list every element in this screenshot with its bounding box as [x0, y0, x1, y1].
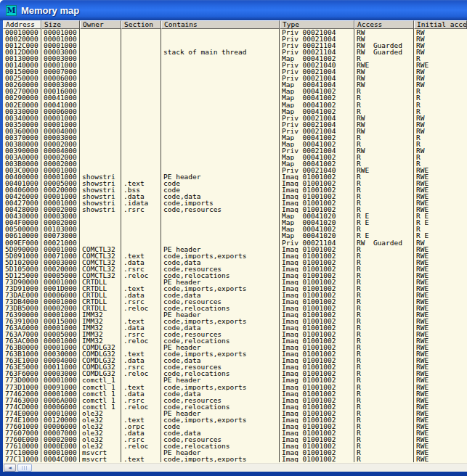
cell-address: 774CD000	[3, 403, 41, 410]
cell-type: Map 00041002	[280, 108, 354, 115]
table-row[interactable]: 0034000000001000Priv 00021004RWRW	[3, 115, 467, 121]
table-row[interactable]: 5D10200000003000COMCTL32.datacode,dataIm…	[3, 259, 467, 266]
cell-size: 00001000	[41, 200, 80, 206]
table-row[interactable]: 002E000000041000Map 00041002RR	[3, 102, 467, 108]
horizontal-scrollbar[interactable]: ◄	[3, 463, 467, 472]
table-row[interactable]: 0035000000001000Priv 00021004RWRW	[3, 121, 467, 128]
table-row[interactable]: 73DB400000001000CRTDLL.rsrccode,resource…	[3, 298, 467, 305]
column-header-owner[interactable]: Owner	[80, 20, 121, 29]
table-row[interactable]: 003C000000001000Priv 00021040RWERWE	[3, 167, 467, 173]
table-row[interactable]: 0026000000003000Map 00041004RWRW	[3, 81, 467, 88]
table-row[interactable]: 0038000000002000Map 00041002RR	[3, 141, 467, 147]
cell-access: R	[354, 403, 414, 410]
column-header-contains[interactable]: Contains	[161, 20, 280, 29]
table-row[interactable]: 009EF00000021000Priv 00021104RW GuardedR…	[3, 239, 467, 246]
table-row[interactable]: 0061000000073000Map 00041020R ER E	[3, 232, 467, 239]
table-row[interactable]: 0040100000005000showstri.textcodeImag 01…	[3, 180, 467, 186]
table-row[interactable]: 77C110000004C000msvcrt.textcode,imports,…	[3, 456, 467, 462]
table-row[interactable]: 0036000000004000Priv 00021004RWRW	[3, 128, 467, 134]
table-row[interactable]: 7639100000015000IMM32.textcode,imports,e…	[3, 318, 467, 324]
table-row[interactable]: 7746200000001000comctl_1.datacode,dataIm…	[3, 390, 467, 397]
cell-owner: showstri	[80, 193, 121, 200]
table-row[interactable]: 0002000000001000Priv 00021004RWRW	[3, 36, 467, 42]
table-row[interactable]: 004F000000002000Map 00041020R ER E	[3, 219, 467, 226]
column-header-address[interactable]: Address	[3, 20, 41, 29]
table-row[interactable]: 763E500000011000COMDLG32.rsrccode,resour…	[3, 364, 467, 370]
titlebar[interactable]: M Memory map	[0, 0, 467, 20]
column-header-size[interactable]: Size	[41, 20, 80, 29]
memory-map-window: M Memory map Address Size Owner Section …	[0, 0, 467, 476]
cell-initial-access: R E	[414, 213, 467, 219]
table-row[interactable]: 0042600000001000showstri.datacode,dataIm…	[3, 193, 467, 200]
cell-section	[121, 81, 161, 88]
column-header-section[interactable]: Section	[121, 20, 161, 29]
cell-access: R	[354, 226, 414, 232]
table-row[interactable]: 774E100000120000ole32.textcode,imports,e…	[3, 416, 467, 423]
table-row[interactable]: 003B000000002000Map 00041002RR	[3, 160, 467, 167]
cell-contains: code	[161, 180, 280, 186]
table-row[interactable]: 003A000000002000Map 00041002RR	[3, 154, 467, 160]
table-row[interactable]: 0033000000006000Map 00041002RR	[3, 108, 467, 115]
table-row[interactable]: 7760100000006000ole32.orpccodeImag 01001…	[3, 423, 467, 430]
table-row[interactable]: 73D9000000001000CRTDLLPE headerImag 0100…	[3, 279, 467, 285]
table-row[interactable]: 776100000000E000ole32.reloccode,relocati…	[3, 443, 467, 449]
table-row[interactable]: 774CD00000006000comctl_1.reloccode,reloc…	[3, 403, 467, 410]
table-row[interactable]: 763A700000005000IMM32.rsrccode,resources…	[3, 331, 467, 337]
table-row[interactable]: 763AC00000001000IMM32.reloccode,relocati…	[3, 337, 467, 344]
table-row[interactable]: 5D10500000020000COMCTL32.rsrccode,resour…	[3, 266, 467, 272]
table-row[interactable]: 0040000000001000showstriPE headerImag 01…	[3, 173, 467, 180]
cell-contains: code,imports,exports	[161, 253, 280, 259]
table-row[interactable]: 0040600000020000showstri.bsscodeImag 010…	[3, 186, 467, 193]
table-row[interactable]: 0013000000003000Map 00041002RR	[3, 55, 467, 62]
table-row[interactable]: 774630000006A000comctl_1.rsrccode,resour…	[3, 397, 467, 403]
table-row[interactable]: 7760700000007000ole32.datacode,dataImag …	[3, 430, 467, 436]
table-row[interactable]: 773D100000091000comctl_1.textcode,import…	[3, 384, 467, 390]
table-row[interactable]: 0043000000003000Map 00041020R ER E	[3, 213, 467, 219]
cell-owner	[80, 128, 121, 134]
table-row[interactable]: 77C1000000001000msvcrtPE headerImag 0100…	[3, 449, 467, 456]
cell-initial-access: RWE	[414, 279, 467, 285]
table-row[interactable]: 0042800000002000showstri.rsrccode,resour…	[3, 206, 467, 213]
table-row[interactable]: 0027000000016000Map 00041002RR	[3, 88, 467, 94]
cell-contains	[161, 42, 280, 49]
table-row[interactable]: 73DAE00000006000CRTDLL.datacode,dataImag…	[3, 292, 467, 298]
cell-type: Imag 01001002	[280, 331, 354, 337]
column-header-access[interactable]: Access	[354, 20, 414, 29]
cell-size: 00007000	[41, 68, 80, 75]
table-row[interactable]: 763F600000003000COMDLG32.reloccode,reloc…	[3, 370, 467, 377]
column-header-initial-access[interactable]: Initial access	[414, 20, 467, 29]
column-header-type[interactable]: Type	[280, 20, 354, 29]
table-row[interactable]: 0025000000006000Priv 00021004RWRW	[3, 75, 467, 81]
table-row[interactable]: 5D12500000005000COMCTL32.reloccode,reloc…	[3, 272, 467, 279]
table-row[interactable]: 73D910000001D000CRTDLL.textcode,imports,…	[3, 285, 467, 292]
table-row[interactable]: 763B000000001000COMDLG32PE headerImag 01…	[3, 344, 467, 350]
cell-section: .reloc	[121, 305, 161, 311]
cell-address: 00270000	[3, 88, 41, 94]
table-row[interactable]: 763A600000001000IMM32.datacode,dataImag …	[3, 324, 467, 331]
table-row[interactable]: 773D000000001000comctl_1PE headerImag 01…	[3, 377, 467, 383]
cell-access: R	[354, 370, 414, 377]
table-row[interactable]: 0029000000041000Map 00041002RR	[3, 94, 467, 101]
table-row[interactable]: 7760E00000002000ole32.rsrccode,resources…	[3, 436, 467, 443]
cell-owner	[80, 42, 121, 49]
table-row[interactable]: 0014000000001000Priv 00021040RWERWE	[3, 62, 467, 68]
table-row[interactable]: 763B100000030000COMDLG32.textcode,import…	[3, 350, 467, 357]
table-row[interactable]: 7639000000001000IMM32PE headerImag 01001…	[3, 311, 467, 318]
table-row[interactable]: 0001000000001000Priv 00021004RWRW	[3, 29, 467, 36]
table-row[interactable]: 0039000000004000Priv 00021004RWRW	[3, 147, 467, 154]
table-row[interactable]: 0042700000001000showstri.idatacode,impor…	[3, 200, 467, 206]
table-row[interactable]: 0050000000103000Map 00041002RR	[3, 226, 467, 232]
table-row[interactable]: 73DB500000002000CRTDLL.reloccode,relocat…	[3, 305, 467, 311]
table-row[interactable]: 0012D00000003000stack of main threadPriv…	[3, 49, 467, 55]
table-row[interactable]: 763E100000004000COMDLG32.datacode,dataIm…	[3, 357, 467, 364]
scroll-left-button[interactable]: ◄	[4, 464, 16, 472]
table-row[interactable]: 0012C00000001000Priv 00021104RW GuardedR…	[3, 42, 467, 49]
table-row[interactable]: 774E000000001000ole32PE headerImag 01001…	[3, 410, 467, 416]
cell-initial-access: RWE	[414, 266, 467, 272]
table-row[interactable]: 5D09000000001000COMCTL32PE headerImag 01…	[3, 246, 467, 253]
cell-type: Imag 01001002	[280, 344, 354, 350]
scroll-thumb[interactable]	[17, 464, 32, 472]
table-row[interactable]: 0015000000007000Priv 00021004RWRW	[3, 68, 467, 75]
table-row[interactable]: 0037000000003000Map 00041002RR	[3, 134, 467, 141]
table-row[interactable]: 5D09100000071000COMCTL32.textcode,import…	[3, 253, 467, 259]
